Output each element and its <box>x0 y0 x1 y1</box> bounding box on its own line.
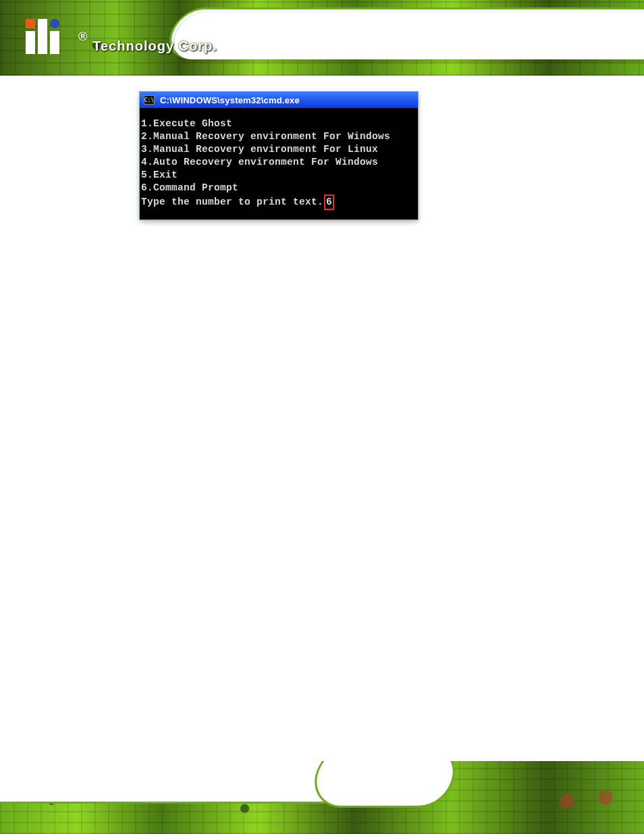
menu-item-6: 6.Command Prompt <box>141 182 417 194</box>
iei-logo-icon <box>26 19 69 54</box>
cmd-prompt-row: Type the number to print text. 6 <box>141 194 417 210</box>
cmd-icon: C:\ <box>144 95 155 105</box>
brand-logo: ® Technology Corp. <box>26 19 217 54</box>
cmd-user-input[interactable]: 6 <box>324 194 334 210</box>
cmd-window-title: C:\WINDOWS\system32\cmd.exe <box>160 95 300 105</box>
footer-swoosh-bubble <box>312 761 457 806</box>
cmd-body[interactable]: 1.Execute Ghost 2.Manual Recovery enviro… <box>140 108 418 219</box>
cmd-window: C:\ C:\WINDOWS\system32\cmd.exe 1.Execut… <box>140 92 418 219</box>
menu-item-5: 5.Exit <box>141 169 417 182</box>
footer-swoosh-left <box>0 761 362 802</box>
menu-item-4: 4.Auto Recovery environment For Windows <box>141 156 417 169</box>
menu-item-2: 2.Manual Recovery environment For Window… <box>141 130 417 143</box>
cmd-prompt-text: Type the number to print text. <box>141 196 323 209</box>
brand-name: Technology Corp. <box>92 38 217 54</box>
header-swoosh <box>168 12 644 59</box>
page-footer-band <box>0 761 644 834</box>
page-header-band: ® Technology Corp. <box>0 0 644 76</box>
menu-item-1: 1.Execute Ghost <box>141 118 417 130</box>
cmd-titlebar: C:\ C:\WINDOWS\system32\cmd.exe <box>140 92 418 108</box>
registered-symbol: ® <box>78 30 87 44</box>
menu-item-3: 3.Manual Recovery environment For Linux <box>141 143 417 156</box>
